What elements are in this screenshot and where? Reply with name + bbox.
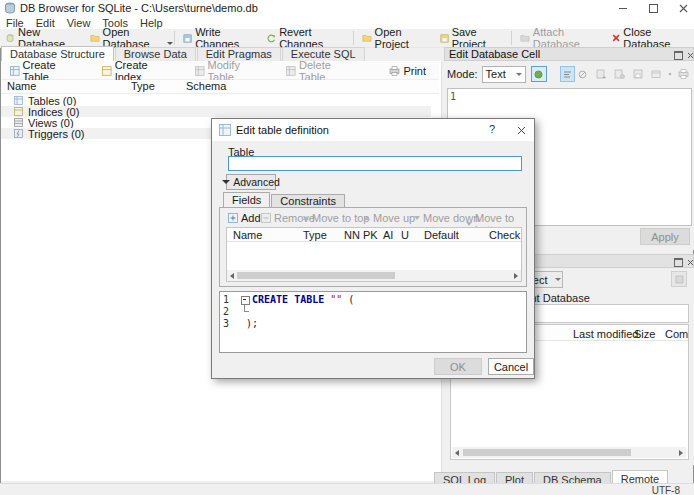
- refresh-remote-button: [671, 271, 687, 287]
- overflow-icon: [668, 72, 672, 76]
- apply-button: Apply: [640, 228, 690, 245]
- scroll-right-icon[interactable]: [679, 450, 683, 456]
- close-icon: [517, 126, 526, 135]
- write-changes-icon: [183, 33, 192, 44]
- edit-table-definition-dialog: Edit table definition ? Table Advanced F…: [211, 118, 535, 379]
- delete-table-icon: [286, 66, 296, 76]
- revert-changes-button[interactable]: Revert Changes: [261, 30, 351, 46]
- sql-line-1: CREATE TABLE "" (: [252, 294, 354, 305]
- scrollbar-thumb[interactable]: [463, 449, 631, 456]
- mode-select[interactable]: Text: [482, 66, 527, 83]
- cancel-button[interactable]: Cancel: [488, 358, 534, 375]
- save-project-icon: [440, 33, 449, 44]
- close-panel-button[interactable]: [685, 258, 694, 267]
- grid-column-u[interactable]: U: [401, 229, 409, 241]
- print-button[interactable]: Print: [382, 63, 433, 78]
- line-number: 3: [223, 318, 229, 329]
- close-button[interactable]: [672, 3, 694, 14]
- refresh-icon: [675, 275, 684, 284]
- add-field-button[interactable]: Add: [228, 212, 261, 224]
- toolbar-separator: [174, 31, 175, 45]
- minimize-button[interactable]: [612, 3, 634, 14]
- float-panel-button[interactable]: [673, 51, 683, 60]
- import-file-icon: [596, 69, 607, 79]
- tree-header: Name Type Schema: [1, 80, 439, 94]
- open-database-icon: [90, 33, 100, 43]
- float-panel-button[interactable]: [673, 258, 683, 267]
- tree-column-name[interactable]: Name: [7, 80, 36, 92]
- dialog-help-button[interactable]: ?: [484, 123, 500, 137]
- float-icon: [674, 51, 683, 60]
- horizontal-scrollbar[interactable]: [452, 447, 686, 458]
- tab-fields[interactable]: Fields: [223, 192, 270, 208]
- structure-toolbar: Create Table Create Index Modify Table D…: [1, 62, 439, 80]
- create-table-icon: [10, 66, 20, 76]
- close-database-icon: [612, 33, 620, 43]
- grid-column-default[interactable]: Default: [424, 229, 459, 241]
- app-icon: [4, 2, 16, 14]
- attach-database-icon: [520, 33, 530, 43]
- grid-column-check[interactable]: Check: [489, 229, 520, 241]
- tree-column-schema[interactable]: Schema: [186, 80, 226, 92]
- encoding-indicator[interactable]: UTF-8: [652, 485, 680, 495]
- overflow-button: [666, 66, 674, 82]
- add-icon: [228, 213, 238, 223]
- grid-column-ai[interactable]: AI: [383, 229, 393, 241]
- word-wrap-icon: [563, 70, 572, 79]
- grid-column-type[interactable]: Type: [303, 229, 327, 241]
- remove-icon: [261, 213, 271, 223]
- write-changes-button[interactable]: Write Changes: [177, 30, 261, 46]
- create-index-button[interactable]: Create Index: [95, 63, 182, 78]
- code-fold-icon[interactable]: [241, 296, 250, 305]
- tab-constraints[interactable]: Constraints: [271, 194, 345, 208]
- close-icon: [687, 52, 694, 59]
- maximize-icon: [649, 4, 658, 13]
- advanced-button[interactable]: Advanced: [226, 174, 276, 190]
- tree-column-type[interactable]: Type: [131, 80, 155, 92]
- arrow-up-icon: [364, 216, 370, 220]
- grid-column-nn[interactable]: NN: [344, 229, 360, 241]
- tree-item-tables[interactable]: Tables (0): [1, 95, 431, 106]
- fields-grid[interactable]: Name Type NN PK AI U Default Check: [226, 227, 522, 282]
- create-index-icon: [102, 66, 112, 76]
- open-project-button[interactable]: Open Project: [356, 30, 434, 46]
- maximize-button[interactable]: [642, 3, 664, 14]
- word-wrap-button[interactable]: [560, 66, 575, 82]
- save-project-button[interactable]: Save Project: [434, 30, 510, 46]
- scroll-left-icon[interactable]: [230, 273, 234, 279]
- toolbar-separator: [353, 31, 354, 45]
- save-as-button: [630, 66, 645, 82]
- tree-item-indices[interactable]: Indices (0): [1, 106, 431, 117]
- grid-column-pk[interactable]: PK: [363, 229, 378, 241]
- null-value-button: [575, 66, 590, 82]
- create-table-button[interactable]: Create Table: [3, 63, 89, 78]
- line-number: 1: [450, 91, 456, 102]
- scroll-right-icon[interactable]: [514, 273, 518, 279]
- column-last-modified[interactable]: Last modified: [573, 328, 638, 340]
- new-database-button[interactable]: New Database: [0, 30, 84, 46]
- fold-guide-line: [244, 305, 249, 312]
- column-size[interactable]: Size: [634, 328, 655, 340]
- open-database-dropdown-icon[interactable]: [167, 42, 173, 45]
- mode-label: Mode:: [447, 68, 478, 80]
- sql-preview[interactable]: 1 2 3 CREATE TABLE "" ( );: [219, 291, 527, 353]
- edit-cell-panel-header: Edit Database Cell: [444, 47, 694, 61]
- print-icon: [389, 66, 400, 76]
- open-database-button[interactable]: Open Database: [84, 30, 173, 46]
- horizontal-scrollbar[interactable]: [227, 270, 521, 281]
- scrollbar-thumb[interactable]: [237, 272, 395, 279]
- save-icon: [633, 69, 643, 79]
- scroll-left-icon[interactable]: [455, 450, 459, 456]
- dialog-title-bar[interactable]: Edit table definition ?: [212, 119, 534, 141]
- table-name-input[interactable]: [228, 156, 522, 171]
- close-database-button[interactable]: Close Database: [606, 30, 694, 46]
- ok-button: OK: [434, 358, 482, 375]
- modify-table-icon: [195, 66, 205, 76]
- column-commit[interactable]: Commit: [665, 328, 689, 340]
- dialog-close-button[interactable]: [512, 123, 530, 137]
- table-icon: [14, 96, 23, 105]
- close-panel-button[interactable]: [685, 51, 694, 60]
- null-value-icon: [578, 70, 587, 79]
- auto-apply-toggle[interactable]: [531, 66, 546, 82]
- grid-column-name[interactable]: Name: [233, 229, 262, 241]
